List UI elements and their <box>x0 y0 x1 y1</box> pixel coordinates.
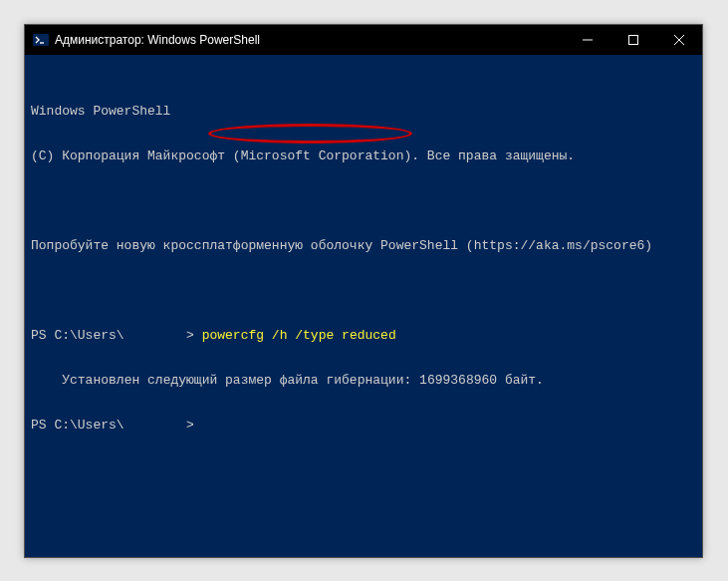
prompt-prefix: PS C:\Users\ <box>31 418 124 433</box>
result-text: Установлен следующий размер файла гиберн… <box>62 373 544 388</box>
terminal-output-line: Установлен следующий размер файла гиберн… <box>31 373 696 388</box>
terminal-line: Попробуйте новую кроссплатформенную обол… <box>31 238 696 253</box>
terminal-line <box>31 283 696 298</box>
command-text: powercfg /h /type reduced <box>202 328 396 343</box>
powershell-window: Администратор: Windows PowerShell Window… <box>24 24 703 558</box>
prompt-suffix: > <box>186 328 202 343</box>
maximize-button[interactable] <box>610 25 656 55</box>
close-button[interactable] <box>656 25 702 55</box>
terminal-line: (C) Корпорация Майкрософт (Microsoft Cor… <box>31 148 696 163</box>
terminal-line <box>31 193 696 208</box>
terminal-area[interactable]: Windows PowerShell (C) Корпорация Майкро… <box>25 55 702 557</box>
terminal-prompt-line: PS C:\Users\ > powercfg /h /type reduced <box>31 328 696 343</box>
blurred-username <box>124 328 186 343</box>
highlight-annotation <box>208 124 412 144</box>
blurred-username <box>124 418 186 433</box>
svg-rect-0 <box>33 34 49 46</box>
titlebar[interactable]: Администратор: Windows PowerShell <box>25 25 702 55</box>
terminal-prompt-line: PS C:\Users\ > <box>31 418 696 433</box>
prompt-suffix: > <box>186 418 194 433</box>
prompt-prefix: PS C:\Users\ <box>31 328 124 343</box>
titlebar-title: Администратор: Windows PowerShell <box>55 33 565 47</box>
powershell-icon <box>33 32 49 48</box>
terminal-line: Windows PowerShell <box>31 104 696 119</box>
window-controls <box>565 25 702 55</box>
minimize-button[interactable] <box>565 25 610 55</box>
svg-rect-2 <box>629 36 638 45</box>
